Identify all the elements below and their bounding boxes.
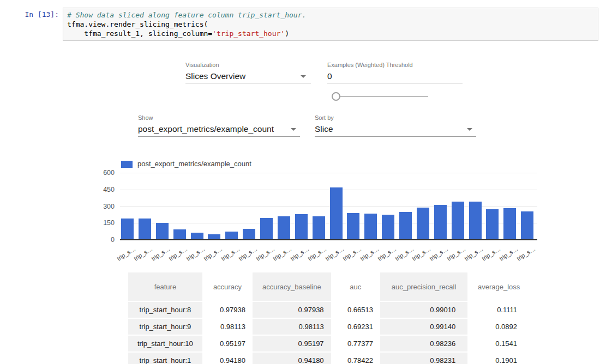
metric-cell: 0.69231 — [331, 318, 380, 335]
metric-cell: 0.97938 — [253, 301, 331, 318]
code-text: # Show data sliced along feature column … — [67, 10, 594, 38]
bar[interactable] — [208, 234, 220, 239]
sort-by-select[interactable]: Slice — [315, 124, 333, 134]
metric-cell: 0.95197 — [253, 335, 331, 352]
show-label: Show — [138, 114, 153, 121]
bar[interactable] — [121, 219, 134, 239]
feature-cell: trip_start_hour:8 — [128, 301, 202, 318]
metric-cell: 0.97938 — [202, 301, 253, 318]
table-row[interactable]: trip_start_hour:90.981130.981130.692310.… — [128, 318, 530, 335]
code-cell[interactable]: # Show data sliced along feature column … — [63, 8, 598, 41]
metric-cell: 0.98113 — [202, 318, 253, 335]
chart-baseline — [120, 239, 537, 240]
bar[interactable] — [382, 215, 394, 239]
sort-by-underline — [315, 136, 476, 137]
chart-plot — [120, 173, 537, 240]
table-row[interactable]: trip_start_hour:100.951970.951970.773770… — [128, 335, 530, 352]
metric-cell: 0.1901 — [467, 352, 530, 364]
metric-cell: 0.99140 — [380, 318, 467, 335]
bar[interactable] — [243, 229, 255, 239]
metric-cell: 0.98231 — [380, 352, 467, 364]
cell-prompt: In [13]: — [5, 10, 59, 19]
table-header-row: featureaccuracyaccuracy_baselineaucauc_p… — [128, 272, 530, 301]
legend-label: post_export_metrics/example_count — [137, 160, 251, 168]
threshold-label: Examples (Weighted) Threshold — [327, 62, 413, 68]
bar[interactable] — [347, 213, 359, 239]
column-header[interactable]: accuracy_baseline — [253, 272, 331, 301]
metric-cell: 0.95197 — [202, 335, 253, 352]
legend-swatch — [121, 161, 133, 168]
bar[interactable] — [260, 218, 273, 239]
feature-cell: trip_start_hour:10 — [128, 335, 202, 352]
bar[interactable] — [313, 216, 325, 239]
metric-cell: 0.99010 — [380, 301, 467, 318]
code-comment: # Show data sliced along feature column … — [67, 11, 306, 19]
metric-cell: 0.0892 — [467, 318, 530, 335]
bar[interactable] — [278, 216, 290, 239]
metrics-table: featureaccuracyaccuracy_baselineaucauc_p… — [128, 272, 530, 364]
gridline — [120, 173, 537, 173]
show-underline — [138, 136, 300, 137]
bar[interactable] — [364, 214, 377, 239]
y-axis-tick: 600 — [82, 168, 115, 177]
bar[interactable] — [295, 214, 308, 239]
threshold-slider-handle[interactable] — [332, 92, 340, 101]
column-header[interactable]: accuracy — [202, 272, 253, 301]
notebook-page: In [13]: # Show data sliced along featur… — [0, 0, 606, 364]
show-select[interactable]: post_export_metrics/example_count — [138, 124, 274, 134]
bar[interactable] — [173, 229, 186, 239]
table-body: trip_start_hour:80.979380.979380.665130.… — [128, 301, 530, 364]
y-axis-tick: 450 — [82, 185, 115, 194]
visualization-select[interactable]: Slices Overview — [185, 71, 245, 81]
bar[interactable] — [486, 209, 499, 239]
bar[interactable] — [191, 233, 203, 239]
chevron-down-icon[interactable] — [301, 75, 306, 78]
metric-cell: 0.66513 — [331, 301, 380, 318]
bar[interactable] — [469, 202, 482, 239]
bar[interactable] — [417, 208, 429, 239]
chart-y-axis: 0150300450600 — [82, 168, 115, 245]
y-axis-tick: 300 — [82, 202, 115, 211]
metric-cell: 0.1541 — [467, 335, 530, 352]
metric-cell: 0.77377 — [331, 335, 380, 352]
bar[interactable] — [330, 187, 343, 239]
threshold-slider-track[interactable] — [336, 96, 428, 97]
metric-cell: 0.94180 — [253, 352, 331, 364]
metric-cell: 0.1111 — [467, 301, 530, 318]
column-header[interactable]: auc — [331, 272, 380, 301]
table-row[interactable]: trip_start_hour:10.941800.941800.784220.… — [128, 352, 530, 364]
bar[interactable] — [156, 223, 169, 239]
code-line2: tfma.view.render_slicing_metrics( — [67, 20, 208, 28]
column-header[interactable]: auc_precision_recall — [380, 272, 467, 301]
y-axis-tick: 150 — [82, 219, 115, 227]
chevron-down-icon[interactable] — [467, 128, 472, 131]
code-line3: tfma_result_1, slicing_column='trip_star… — [67, 29, 289, 38]
chart-x-labels: trip_s…trip_s…trip_s…trip_s…trip_s…trip_… — [120, 243, 551, 262]
metric-cell: 0.94180 — [202, 352, 253, 364]
metric-cell: 0.78422 — [331, 352, 380, 364]
metric-cell: 0.98113 — [253, 318, 331, 335]
y-axis-tick: 0 — [82, 235, 115, 244]
feature-cell: trip_start_hour:9 — [128, 318, 202, 335]
threshold-underline — [327, 83, 463, 83]
code-string: 'trip_start_hour' — [212, 29, 285, 38]
bar[interactable] — [521, 211, 533, 239]
bar[interactable] — [503, 208, 516, 239]
bar[interactable] — [434, 205, 447, 239]
visualization-label: Visualization — [185, 62, 219, 68]
threshold-input[interactable]: 0 — [327, 71, 332, 81]
column-header[interactable]: feature — [128, 272, 202, 301]
metric-cell: 0.98236 — [380, 335, 467, 352]
feature-cell: trip_start_hour:1 — [128, 352, 202, 364]
visualization-underline — [185, 83, 311, 83]
bar[interactable] — [139, 219, 151, 239]
bar[interactable] — [399, 212, 412, 239]
bar[interactable] — [225, 232, 238, 239]
sort-by-label: Sort by — [315, 114, 334, 121]
chevron-down-icon[interactable] — [291, 128, 296, 131]
column-header[interactable]: average_loss — [467, 272, 530, 301]
bar[interactable] — [452, 202, 464, 239]
table-row[interactable]: trip_start_hour:80.979380.979380.665130.… — [128, 301, 530, 318]
gridline — [120, 190, 537, 190]
